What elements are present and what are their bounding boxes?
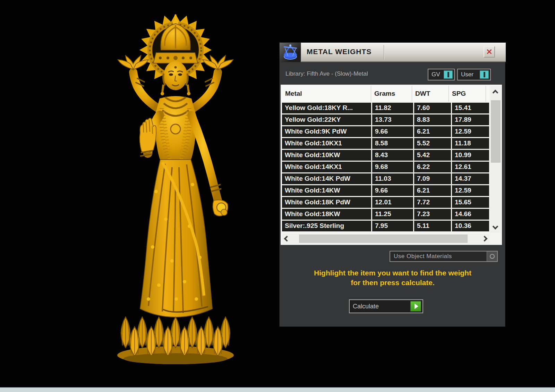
cell-spg: 12.59	[452, 185, 489, 196]
cell-dwt: 7.23	[414, 209, 451, 220]
cell-dwt: 7.60	[414, 103, 451, 113]
cell-grams: 11.03	[372, 173, 413, 184]
calculate-button[interactable]: Calculate	[349, 299, 423, 313]
table-row[interactable]: White Gold:18KW 11.25 7.23 14.66	[282, 209, 489, 221]
cell-grams: 8.58	[372, 138, 413, 149]
scale-icon	[280, 43, 301, 62]
cell-metal: Yellow Gold:22KY	[282, 114, 371, 125]
scroll-left-icon[interactable]	[284, 236, 290, 242]
cell-dwt: 7.72	[414, 197, 451, 208]
table-row[interactable]: Yellow Gold:18KY R... 11.82 7.60 15.41	[282, 103, 489, 114]
instruction-line1: Highlight the item you want to find the …	[280, 268, 506, 278]
user-toggle-label: User	[461, 71, 473, 78]
table-row[interactable]: Silver:.925 Sterling 7.95 5.11 10.36	[282, 221, 489, 232]
lotus-pedestal	[117, 317, 234, 364]
horizontal-scroll-thumb[interactable]	[299, 235, 468, 243]
cell-grams: 8.43	[372, 150, 413, 161]
gold-lakshmi-statue[interactable]	[104, 4, 247, 368]
cell-spg: 12.61	[452, 162, 489, 172]
table-row[interactable]: White Gold:18K PdW 12.01 7.72 15.65	[282, 197, 489, 209]
cell-dwt: 5.42	[414, 150, 451, 161]
cell-metal: White Gold:9K PdW	[282, 126, 371, 137]
cell-grams: 9.68	[372, 162, 413, 172]
cell-spg: 17.89	[452, 114, 489, 125]
gv-toggle-indicator-icon	[444, 70, 453, 79]
instruction-line2: for then press calculate.	[280, 278, 506, 288]
play-arrow-icon	[410, 301, 421, 312]
cell-dwt: 7.09	[414, 173, 451, 184]
cell-metal: White Gold:10KW	[282, 150, 371, 161]
use-object-materials-button[interactable]: Use Object Materials	[390, 251, 498, 262]
sari-skirt	[140, 160, 212, 317]
metals-table: Metal Grams DWT SPG Yellow Gold:18KY R..…	[281, 85, 502, 245]
radio-indicator-icon	[487, 252, 497, 261]
calculate-label: Calculate	[353, 303, 379, 310]
cell-metal: Silver:.925 Sterling	[282, 221, 371, 231]
titlebar-divider	[384, 45, 384, 60]
cell-grams: 12.01	[372, 197, 413, 208]
table-row[interactable]: White Gold:14KX1 9.68 6.22 12.61	[282, 162, 489, 173]
table-row[interactable]: White Gold:9K PdW 9.66 6.21 12.59	[282, 126, 489, 138]
cell-dwt: 5.11	[414, 221, 451, 231]
column-header-dwt[interactable]: DWT	[412, 86, 449, 102]
cell-grams: 11.25	[372, 209, 413, 220]
cell-spg: 15.65	[452, 197, 489, 208]
library-label: Library: Fifth Ave - (Slow)-Metal	[285, 70, 368, 77]
close-button[interactable]: ✕	[484, 46, 495, 58]
cell-grams: 9.66	[372, 185, 413, 196]
cell-spg: 11.18	[452, 138, 489, 149]
user-toggle-indicator-icon	[480, 70, 489, 79]
cell-metal: White Gold:14KX1	[282, 162, 371, 172]
vertical-scroll-thumb[interactable]	[491, 100, 501, 163]
cell-grams: 11.82	[372, 103, 413, 113]
cell-metal: White Gold:14K PdW	[282, 173, 371, 184]
table-row[interactable]: White Gold:10KX1 8.58 5.52 11.18	[282, 138, 489, 150]
scroll-right-icon[interactable]	[482, 236, 488, 242]
gv-toggle-button[interactable]: GV	[428, 69, 455, 80]
user-toggle-button[interactable]: User	[457, 69, 491, 80]
cell-grams: 9.66	[372, 126, 413, 137]
column-header-grams[interactable]: Grams	[371, 86, 412, 102]
cell-dwt: 6.22	[414, 162, 451, 172]
cell-spg: 14.37	[452, 173, 489, 184]
scroll-down-icon[interactable]	[493, 224, 498, 230]
table-header: Metal Grams DWT SPG	[282, 86, 489, 102]
cell-metal: White Gold:10KX1	[282, 138, 371, 149]
cell-dwt: 6.21	[414, 185, 451, 196]
column-header-metal[interactable]: Metal	[282, 86, 371, 102]
cell-spg: 14.66	[452, 209, 489, 220]
cell-dwt: 5.52	[414, 138, 451, 149]
table-row[interactable]: White Gold:14KW 9.66 6.21 12.59	[282, 185, 489, 197]
cell-metal: White Gold:18KW	[282, 209, 371, 220]
table-row[interactable]: White Gold:14K PdW 11.03 7.09 14.37	[282, 173, 489, 185]
vertical-scrollbar[interactable]	[490, 86, 501, 233]
cell-metal: Yellow Gold:18KY R...	[282, 103, 371, 113]
gv-toggle-label: GV	[432, 71, 440, 78]
cell-spg: 12.59	[452, 126, 489, 137]
cell-dwt: 8.83	[414, 114, 451, 125]
scroll-up-icon[interactable]	[493, 90, 498, 96]
table-rows: Yellow Gold:18KY R... 11.82 7.60 15.41 Y…	[282, 103, 489, 232]
metal-weights-dialog: METAL WEIGHTS ✕ Library: Fifth Ave - (Sl…	[279, 42, 505, 327]
cell-metal: White Gold:18K PdW	[282, 197, 371, 208]
cell-grams: 13.73	[372, 114, 413, 125]
instruction-text: Highlight the item you want to find the …	[280, 268, 506, 288]
dialog-title: METAL WEIGHTS	[307, 48, 372, 56]
dialog-titlebar[interactable]: METAL WEIGHTS ✕	[280, 43, 506, 62]
column-header-spg[interactable]: SPG	[449, 86, 486, 102]
cell-spg: 10.36	[452, 221, 489, 231]
cell-grams: 7.95	[372, 221, 413, 231]
table-row[interactable]: White Gold:10KW 8.43 5.42 10.99	[282, 150, 489, 162]
horizontal-scrollbar[interactable]	[282, 234, 489, 244]
use-object-materials-label: Use Object Materials	[394, 253, 452, 260]
status-strip	[0, 387, 555, 392]
cell-metal: White Gold:14KW	[282, 185, 371, 196]
table-row[interactable]: Yellow Gold:22KY 13.73 8.83 17.89	[282, 114, 489, 126]
cell-spg: 10.99	[452, 150, 489, 161]
cell-spg: 15.41	[452, 103, 489, 113]
cell-dwt: 6.21	[414, 126, 451, 137]
